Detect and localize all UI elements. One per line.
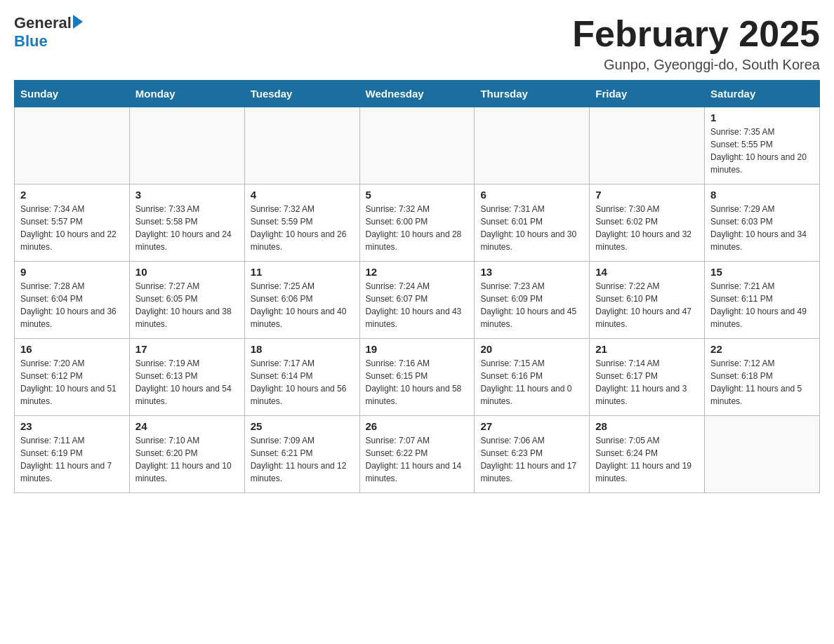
calendar-cell: 24Sunrise: 7:10 AMSunset: 6:20 PMDayligh… xyxy=(129,416,244,493)
day-info: Sunrise: 7:23 AMSunset: 6:09 PMDaylight:… xyxy=(480,280,583,330)
calendar-week-1: 1Sunrise: 7:35 AMSunset: 5:55 PMDaylight… xyxy=(15,107,820,185)
calendar-cell: 15Sunrise: 7:21 AMSunset: 6:11 PMDayligh… xyxy=(705,262,820,339)
logo-blue-text: Blue xyxy=(14,32,48,51)
logo: General Blue xyxy=(14,14,83,51)
day-number: 5 xyxy=(366,189,469,201)
day-info: Sunrise: 7:29 AMSunset: 6:03 PMDaylight:… xyxy=(710,203,814,253)
calendar-cell: 9Sunrise: 7:28 AMSunset: 6:04 PMDaylight… xyxy=(15,262,130,339)
page-subtitle: Gunpo, Gyeonggi-do, South Korea xyxy=(572,57,820,73)
header-cell-tuesday: Tuesday xyxy=(244,81,359,107)
day-number: 4 xyxy=(251,189,354,201)
header-row: SundayMondayTuesdayWednesdayThursdayFrid… xyxy=(15,81,820,107)
day-info: Sunrise: 7:07 AMSunset: 6:22 PMDaylight:… xyxy=(366,434,469,485)
header-cell-thursday: Thursday xyxy=(475,81,590,107)
header-cell-friday: Friday xyxy=(590,81,705,107)
day-number: 24 xyxy=(135,420,239,432)
day-number: 27 xyxy=(480,420,583,432)
day-number: 12 xyxy=(366,266,469,278)
day-number: 28 xyxy=(595,420,699,432)
day-info: Sunrise: 7:28 AMSunset: 6:04 PMDaylight:… xyxy=(20,280,124,330)
calendar-cell: 3Sunrise: 7:33 AMSunset: 5:58 PMDaylight… xyxy=(129,185,244,262)
day-info: Sunrise: 7:31 AMSunset: 6:01 PMDaylight:… xyxy=(480,203,583,253)
calendar-cell xyxy=(129,107,244,185)
day-info: Sunrise: 7:16 AMSunset: 6:15 PMDaylight:… xyxy=(366,357,469,408)
day-info: Sunrise: 7:32 AMSunset: 5:59 PMDaylight:… xyxy=(251,203,354,253)
day-info: Sunrise: 7:34 AMSunset: 5:57 PMDaylight:… xyxy=(20,203,124,253)
day-info: Sunrise: 7:35 AMSunset: 5:55 PMDaylight:… xyxy=(710,126,814,176)
calendar-cell: 11Sunrise: 7:25 AMSunset: 6:06 PMDayligh… xyxy=(244,262,359,339)
calendar-cell: 8Sunrise: 7:29 AMSunset: 6:03 PMDaylight… xyxy=(705,185,820,262)
calendar-cell xyxy=(15,107,130,185)
day-number: 17 xyxy=(135,343,239,355)
day-number: 22 xyxy=(710,343,814,355)
day-number: 19 xyxy=(366,343,469,355)
title-section: February 2025 Gunpo, Gyeonggi-do, South … xyxy=(572,14,820,73)
calendar-cell: 6Sunrise: 7:31 AMSunset: 6:01 PMDaylight… xyxy=(475,185,590,262)
day-info: Sunrise: 7:25 AMSunset: 6:06 PMDaylight:… xyxy=(251,280,354,330)
day-info: Sunrise: 7:20 AMSunset: 6:12 PMDaylight:… xyxy=(20,357,124,408)
day-info: Sunrise: 7:17 AMSunset: 6:14 PMDaylight:… xyxy=(251,357,354,408)
calendar-cell xyxy=(590,107,705,185)
day-number: 14 xyxy=(595,266,699,278)
day-number: 2 xyxy=(20,189,124,201)
calendar-header: SundayMondayTuesdayWednesdayThursdayFrid… xyxy=(15,81,820,107)
day-info: Sunrise: 7:21 AMSunset: 6:11 PMDaylight:… xyxy=(710,280,814,330)
calendar-cell: 10Sunrise: 7:27 AMSunset: 6:05 PMDayligh… xyxy=(129,262,244,339)
day-number: 10 xyxy=(135,266,239,278)
calendar-cell xyxy=(705,416,820,493)
day-info: Sunrise: 7:19 AMSunset: 6:13 PMDaylight:… xyxy=(135,357,239,408)
calendar-body: 1Sunrise: 7:35 AMSunset: 5:55 PMDaylight… xyxy=(15,107,820,493)
calendar-cell xyxy=(359,107,475,185)
calendar-cell: 16Sunrise: 7:20 AMSunset: 6:12 PMDayligh… xyxy=(15,339,130,416)
calendar-cell: 23Sunrise: 7:11 AMSunset: 6:19 PMDayligh… xyxy=(15,416,130,493)
logo-general-text: General xyxy=(14,14,72,32)
logo-arrow-icon xyxy=(73,15,83,29)
day-number: 11 xyxy=(251,266,354,278)
calendar-cell: 25Sunrise: 7:09 AMSunset: 6:21 PMDayligh… xyxy=(244,416,359,493)
day-number: 18 xyxy=(251,343,354,355)
calendar-week-3: 9Sunrise: 7:28 AMSunset: 6:04 PMDaylight… xyxy=(15,262,820,339)
day-number: 9 xyxy=(20,266,124,278)
calendar-cell xyxy=(244,107,359,185)
day-number: 13 xyxy=(480,266,583,278)
calendar-cell: 28Sunrise: 7:05 AMSunset: 6:24 PMDayligh… xyxy=(590,416,705,493)
day-info: Sunrise: 7:22 AMSunset: 6:10 PMDaylight:… xyxy=(595,280,699,330)
calendar-cell: 7Sunrise: 7:30 AMSunset: 6:02 PMDaylight… xyxy=(590,185,705,262)
day-number: 16 xyxy=(20,343,124,355)
day-info: Sunrise: 7:14 AMSunset: 6:17 PMDaylight:… xyxy=(595,357,699,408)
calendar-cell xyxy=(475,107,590,185)
header-cell-wednesday: Wednesday xyxy=(359,81,475,107)
day-info: Sunrise: 7:05 AMSunset: 6:24 PMDaylight:… xyxy=(595,434,699,485)
day-info: Sunrise: 7:11 AMSunset: 6:19 PMDaylight:… xyxy=(20,434,124,485)
day-info: Sunrise: 7:10 AMSunset: 6:20 PMDaylight:… xyxy=(135,434,239,485)
day-number: 26 xyxy=(366,420,469,432)
day-info: Sunrise: 7:24 AMSunset: 6:07 PMDaylight:… xyxy=(366,280,469,330)
day-info: Sunrise: 7:33 AMSunset: 5:58 PMDaylight:… xyxy=(135,203,239,253)
header-cell-sunday: Sunday xyxy=(15,81,130,107)
day-number: 1 xyxy=(710,112,814,123)
day-info: Sunrise: 7:30 AMSunset: 6:02 PMDaylight:… xyxy=(595,203,699,253)
calendar-cell: 22Sunrise: 7:12 AMSunset: 6:18 PMDayligh… xyxy=(705,339,820,416)
calendar-week-5: 23Sunrise: 7:11 AMSunset: 6:19 PMDayligh… xyxy=(15,416,820,493)
calendar-cell: 2Sunrise: 7:34 AMSunset: 5:57 PMDaylight… xyxy=(15,185,130,262)
calendar-cell: 1Sunrise: 7:35 AMSunset: 5:55 PMDaylight… xyxy=(705,107,820,185)
calendar-cell: 20Sunrise: 7:15 AMSunset: 6:16 PMDayligh… xyxy=(475,339,590,416)
day-number: 3 xyxy=(135,189,239,201)
calendar-cell: 19Sunrise: 7:16 AMSunset: 6:15 PMDayligh… xyxy=(359,339,475,416)
day-info: Sunrise: 7:06 AMSunset: 6:23 PMDaylight:… xyxy=(480,434,583,485)
calendar-cell: 18Sunrise: 7:17 AMSunset: 6:14 PMDayligh… xyxy=(244,339,359,416)
day-number: 6 xyxy=(480,189,583,201)
day-number: 7 xyxy=(595,189,699,201)
calendar-week-4: 16Sunrise: 7:20 AMSunset: 6:12 PMDayligh… xyxy=(15,339,820,416)
calendar-cell: 12Sunrise: 7:24 AMSunset: 6:07 PMDayligh… xyxy=(359,262,475,339)
day-info: Sunrise: 7:27 AMSunset: 6:05 PMDaylight:… xyxy=(135,280,239,330)
header-cell-monday: Monday xyxy=(129,81,244,107)
day-number: 21 xyxy=(595,343,699,355)
calendar-cell: 5Sunrise: 7:32 AMSunset: 6:00 PMDaylight… xyxy=(359,185,475,262)
calendar-cell: 13Sunrise: 7:23 AMSunset: 6:09 PMDayligh… xyxy=(475,262,590,339)
calendar-cell: 4Sunrise: 7:32 AMSunset: 5:59 PMDaylight… xyxy=(244,185,359,262)
header-cell-saturday: Saturday xyxy=(705,81,820,107)
day-number: 20 xyxy=(480,343,583,355)
calendar-cell: 27Sunrise: 7:06 AMSunset: 6:23 PMDayligh… xyxy=(475,416,590,493)
day-info: Sunrise: 7:09 AMSunset: 6:21 PMDaylight:… xyxy=(251,434,354,485)
